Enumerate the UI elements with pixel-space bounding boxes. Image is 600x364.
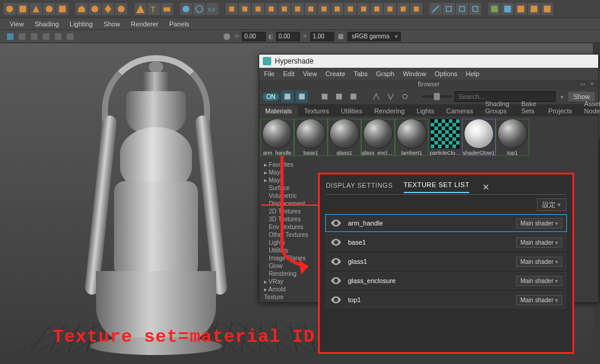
tab-bake-sets[interactable]: Bake Sets	[515, 98, 542, 116]
hs-tool-icon[interactable]	[319, 91, 331, 103]
tree-node[interactable]: ▸ VRay	[260, 278, 312, 285]
hs-menu-create[interactable]: Create	[325, 70, 345, 77]
shelf-btn[interactable]	[56, 3, 68, 15]
vp-icon[interactable]	[41, 31, 52, 42]
tree-node[interactable]: Rendering	[260, 270, 312, 278]
hs-tool-icon[interactable]	[296, 91, 308, 103]
swatch-size-slider[interactable]	[422, 95, 452, 98]
shelf-btn[interactable]	[193, 3, 205, 15]
tree-node[interactable]: Other Textures	[260, 231, 312, 239]
shelf-btn[interactable]	[239, 3, 251, 15]
vp-icon[interactable]	[29, 31, 40, 42]
vp-icon[interactable]	[5, 31, 16, 42]
shader-dropdown[interactable]: Main shader	[516, 295, 562, 305]
tree-node[interactable]: ▸ Maya	[260, 169, 312, 176]
on-toggle[interactable]: ON	[263, 93, 279, 101]
shelf-btn[interactable]	[278, 3, 290, 15]
hs-tool-icon[interactable]	[399, 91, 411, 103]
shelf-btn[interactable]	[180, 3, 192, 15]
shelf-btn[interactable]	[358, 3, 370, 15]
visibility-icon[interactable]	[330, 236, 342, 248]
tree-node[interactable]: Surface	[260, 184, 312, 192]
material-swatch[interactable]: base1	[294, 119, 328, 156]
shelf-btn[interactable]	[43, 3, 55, 15]
visibility-icon[interactable]	[330, 294, 342, 306]
material-swatch[interactable]: arm_handle	[260, 119, 294, 156]
shelf-btn[interactable]	[384, 3, 396, 15]
hs-menu-tabs[interactable]: Tabs	[353, 70, 367, 77]
hypershade-titlebar[interactable]: Hypershade	[259, 55, 598, 68]
shelf-btn[interactable]	[265, 3, 277, 15]
shelf-btn[interactable]	[528, 3, 540, 15]
shelf-btn[interactable]	[344, 3, 356, 15]
shelf-btn[interactable]	[443, 3, 455, 15]
material-swatch[interactable]: top1	[496, 119, 529, 156]
shelf-btn[interactable]	[456, 3, 468, 15]
tab-texture-set-list[interactable]: TEXTURE SET LIST	[404, 181, 470, 193]
create-tree[interactable]: ▸ Favorites▸ Maya▸ MayaSurfaceVolumetric…	[259, 158, 313, 302]
visibility-icon[interactable]	[330, 275, 342, 287]
panel-controls[interactable]: ▭ ✕	[580, 81, 596, 87]
shelf-btn[interactable]	[4, 3, 16, 15]
shelf-btn[interactable]	[488, 3, 500, 15]
hs-tool-icon[interactable]	[347, 91, 359, 103]
shader-dropdown[interactable]: Main shader	[516, 276, 562, 286]
vp-menu-panels[interactable]: Panels	[169, 20, 190, 28]
material-swatch[interactable]: glass1	[328, 119, 361, 156]
material-swatch[interactable]: particleClo…	[428, 119, 462, 156]
shelf-btn[interactable]	[292, 3, 304, 15]
shelf-btn[interactable]	[134, 3, 146, 15]
tree-node[interactable]: Utilities	[260, 246, 312, 254]
hs-tool-icon[interactable]	[385, 91, 397, 103]
exposure-field[interactable]	[242, 32, 266, 41]
hs-menu-view[interactable]: View	[303, 70, 317, 77]
tab-cameras[interactable]: Cameras	[440, 106, 479, 116]
shelf-btn[interactable]	[371, 3, 383, 15]
shelf-btn[interactable]	[430, 3, 442, 15]
shelf-btn[interactable]	[252, 3, 264, 15]
hs-menu-window[interactable]: Window	[403, 70, 426, 77]
tab-textures[interactable]: Textures	[298, 106, 335, 116]
shelf-btn[interactable]	[331, 3, 343, 15]
shader-dropdown[interactable]: Main shader	[516, 237, 562, 248]
hs-menu-options[interactable]: Options	[434, 70, 457, 77]
vp-menu-renderer[interactable]: Renderer	[131, 20, 158, 28]
hs-menu-edit[interactable]: Edit	[283, 70, 295, 77]
tab-rendering[interactable]: Rendering	[368, 106, 411, 116]
tree-node[interactable]: Env Textures	[260, 223, 312, 231]
vp-icon[interactable]	[335, 31, 346, 42]
vp-menu-view[interactable]: View	[10, 20, 24, 28]
shelf-btn[interactable]: T	[148, 3, 160, 15]
hs-tool-icon[interactable]	[370, 91, 382, 103]
tab-display-settings[interactable]: DISPLAY SETTINGS	[326, 182, 393, 192]
texture-set-row[interactable]: glass_enclosureMain shader	[326, 272, 566, 289]
tree-node[interactable]: 2D Textures	[260, 207, 312, 215]
tree-node[interactable]: Glow	[260, 262, 312, 270]
shelf-btn[interactable]	[17, 3, 29, 15]
tree-node[interactable]: Light	[260, 301, 312, 302]
gain-field[interactable]	[310, 32, 334, 41]
shader-dropdown[interactable]: Main shader	[516, 257, 562, 267]
tab-materials[interactable]: Materials	[259, 106, 298, 116]
texture-set-row[interactable]: base1Main shader	[326, 234, 566, 251]
texture-set-row[interactable]: glass1Main shader	[326, 253, 566, 270]
shelf-btn[interactable]	[30, 3, 42, 15]
tree-node[interactable]: 3D Textures	[260, 215, 312, 223]
material-swatch[interactable]: glass_enclo…	[361, 119, 395, 156]
vp-menu-show[interactable]: Show	[104, 20, 121, 28]
gamma-field[interactable]	[276, 32, 300, 41]
texture-set-row[interactable]: arm_handleMain shader	[326, 215, 566, 231]
tab-lights[interactable]: Lights	[410, 106, 440, 116]
hs-menu-help[interactable]: Help	[466, 70, 479, 77]
vp-icon[interactable]	[65, 31, 76, 42]
shelf-btn[interactable]	[541, 3, 553, 15]
hs-menu-graph[interactable]: Graph	[376, 70, 395, 77]
shelf-btn[interactable]	[76, 3, 88, 15]
shelf-btn[interactable]	[305, 3, 317, 15]
vp-menu-shading[interactable]: Shading	[35, 20, 59, 28]
tab-projects[interactable]: Projects	[542, 106, 578, 116]
close-icon[interactable]: ✕	[482, 182, 490, 192]
tree-node[interactable]: ▸ Favorites	[260, 161, 312, 169]
tab-shading-groups[interactable]: Shading Groups	[479, 98, 515, 116]
tab-utilities[interactable]: Utilities	[335, 106, 368, 116]
